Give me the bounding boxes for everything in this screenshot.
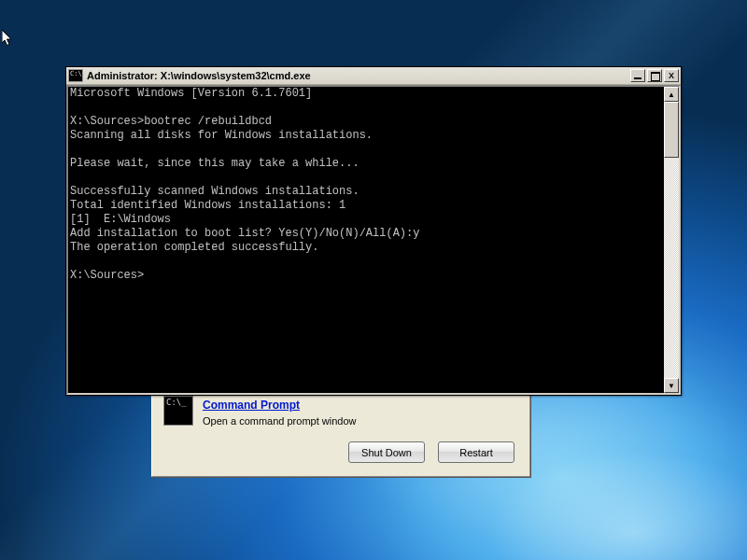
scrollbar-track[interactable] [664, 102, 679, 378]
scroll-up-button[interactable]: ▲ [664, 87, 679, 102]
command-prompt-option-row: C:\_ Command Prompt Open a command promp… [162, 394, 520, 436]
minimize-button[interactable] [630, 69, 645, 82]
titlebar[interactable]: Administrator: X:\windows\system32\cmd.e… [66, 67, 681, 85]
window-title: Administrator: X:\windows\system32\cmd.e… [87, 70, 628, 81]
command-prompt-description: Open a command prompt window [203, 415, 356, 427]
titlebar-app-icon [68, 69, 83, 82]
restart-button[interactable]: Restart [438, 441, 514, 463]
terminal-output[interactable]: Microsoft Windows [Version 6.1.7601] X:\… [68, 87, 664, 393]
window-controls: X [628, 69, 679, 82]
recovery-button-row: Shut Down Restart [162, 441, 520, 463]
scrollbar-thumb[interactable] [664, 102, 679, 158]
window-client-area: Microsoft Windows [Version 6.1.7601] X:\… [66, 85, 681, 395]
scroll-down-button[interactable]: ▼ [664, 378, 679, 393]
recovery-options-dialog: C:\_ Command Prompt Open a command promp… [151, 387, 530, 477]
vertical-scrollbar[interactable]: ▲ ▼ [664, 87, 679, 393]
shutdown-button[interactable]: Shut Down [348, 441, 425, 463]
maximize-button[interactable] [647, 69, 662, 82]
mouse-cursor-icon [2, 30, 13, 48]
command-prompt-icon: C:\_ [163, 396, 193, 426]
command-prompt-link[interactable]: Command Prompt [203, 399, 300, 412]
command-prompt-window: Administrator: X:\windows\system32\cmd.e… [65, 66, 682, 396]
close-button[interactable]: X [664, 69, 679, 82]
